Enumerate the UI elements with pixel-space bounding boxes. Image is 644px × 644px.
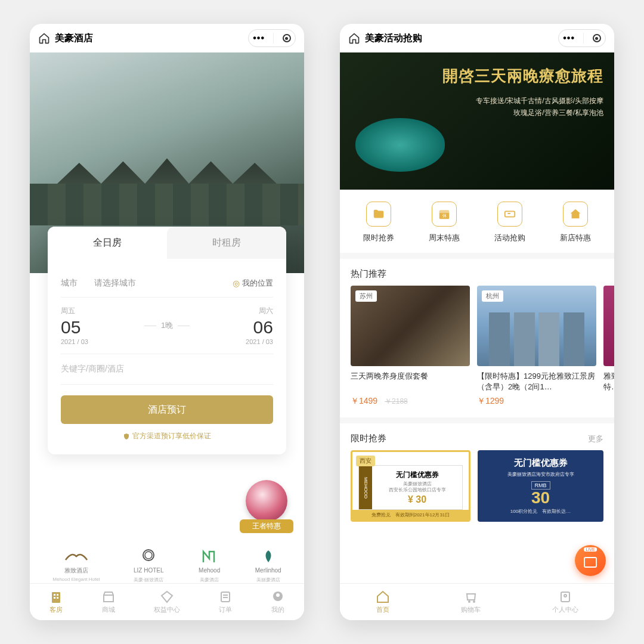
brand-item[interactable]: Merlinhod 美丽豪酒店: [255, 548, 281, 583]
banner-title: 開啓三天兩晚療愈旅程: [351, 66, 603, 86]
brand-logo-icon: [137, 548, 160, 565]
home-icon[interactable]: [38, 32, 50, 44]
checkout-date: 周六 06 2021 / 03: [246, 306, 273, 345]
coupon-blue[interactable]: 无门槛优惠券 美豪丽致酒店海安市政府店专享 RMB 30 100积分抢兑 有效期…: [478, 450, 603, 522]
nights-count: 1晚: [144, 320, 190, 331]
diamond-icon: [160, 590, 174, 604]
more-icon[interactable]: •••: [253, 33, 265, 44]
banner-subtitle-1: 专车接送/宋城千古情/古风摄影/头部按摩: [351, 95, 603, 107]
city-label: 城市: [61, 278, 94, 289]
home-icon[interactable]: [348, 32, 360, 44]
coupon-yellow[interactable]: 西安 MEHOOD 无门槛优惠券 美豪丽致酒店 西安长乐公园地铁口店专享 ¥ 3…: [351, 450, 470, 522]
city-row[interactable]: 城市 请选择城市 ◎ 我的位置: [61, 270, 273, 298]
bottom-tabbar: 客房 商城 权益中心 订单 我的: [30, 583, 304, 620]
phone-left-booking: 美豪酒店 ••• 全日房 时租房 城市 请选择城市 ◎ 我的位置: [30, 24, 304, 620]
user-icon: [271, 590, 285, 604]
promo-mascot[interactable]: 王者特惠: [240, 480, 293, 540]
book-hotel-button[interactable]: 酒店预订: [61, 395, 273, 424]
svg-text:休: 休: [442, 213, 447, 218]
banner-subtitle-2: 玫瑰足浴/营养三餐/私享泡池: [351, 107, 603, 119]
svg-point-14: [564, 595, 566, 597]
tab-benefits[interactable]: 权益中心: [154, 590, 180, 614]
product-image: 苏州: [351, 286, 470, 366]
product-image: 杭州: [477, 286, 596, 366]
booking-card: 全日房 时租房 城市 请选择城市 ◎ 我的位置 周五 05 2021 / 03 …: [48, 227, 286, 454]
brand-item[interactable]: Mehood 美豪酒店: [197, 548, 221, 583]
pool-graphic: [355, 118, 445, 172]
coupons-row: 西安 MEHOOD 无门槛优惠券 美豪丽致酒店 西安长乐公园地铁口店专享 ¥ 3…: [340, 450, 614, 528]
tab-orders[interactable]: 订单: [218, 590, 233, 614]
shield-icon: [123, 433, 130, 440]
product-name: 三天两晚养身度假套餐: [351, 371, 470, 392]
keyword-input[interactable]: 关键字/商圈/酒店: [61, 354, 273, 385]
list-icon: [218, 590, 233, 604]
svg-rect-4: [54, 597, 55, 599]
checkin-date: 周五 05 2021 / 03: [61, 306, 88, 345]
svg-rect-1: [52, 592, 60, 603]
my-location-button[interactable]: ◎ 我的位置: [233, 278, 273, 289]
tab-home[interactable]: 首页: [376, 590, 390, 614]
more-icon[interactable]: •••: [563, 33, 575, 44]
product-name: 【限时特惠】1299元抢雅致江景房（含早）2晚（2间1…: [477, 371, 596, 392]
tv-icon: [584, 557, 597, 568]
section-hot-title: 热门推荐: [340, 259, 614, 286]
svg-rect-5: [57, 597, 58, 599]
phone-right-activity: 美豪活动抢购 ••• 開啓三天兩晚療愈旅程 专车接送/宋城千古情/古风摄影/头部…: [340, 24, 614, 620]
date-range-picker[interactable]: 周五 05 2021 / 03 1晚 周六 06 2021 / 03: [61, 298, 273, 354]
quick-activity[interactable]: 活动抢购: [494, 202, 525, 243]
titlebar: 美豪酒店 •••: [30, 24, 304, 52]
app-title: 美豪活动抢购: [365, 32, 422, 45]
close-icon[interactable]: [283, 34, 291, 42]
tab-me[interactable]: 我的: [271, 590, 285, 614]
house-icon: [563, 202, 588, 227]
more-link[interactable]: 更多: [588, 434, 603, 444]
quick-flash-coupon[interactable]: 限时抢券: [363, 202, 394, 243]
product-card[interactable]: 苏州 三天两晚养身度假套餐 ￥1499 ￥2188: [351, 286, 470, 407]
brand-logos-row: 雅致酒店 Mehood Elegant Hotel LIZ HOTEL 美豪·丽…: [30, 548, 304, 583]
calendar-icon: 休: [432, 202, 457, 227]
section-coupon-title: 限时抢券 更多: [340, 423, 614, 450]
live-badge: LIVE: [584, 547, 596, 552]
brand-item[interactable]: 雅致酒店 Mehood Elegant Hotel: [52, 548, 100, 583]
hot-products-scroll[interactable]: 苏州 三天两晚养身度假套餐 ￥1499 ￥2188 杭州 【限时特惠】1299元…: [340, 286, 614, 417]
svg-rect-2: [54, 594, 55, 596]
quick-actions-row: 限时抢券 休 周末特惠 活动抢购 新店特惠: [340, 190, 614, 253]
ticket-icon: [497, 202, 522, 227]
tab-hourly[interactable]: 时租房: [167, 227, 286, 259]
tab-rooms[interactable]: 客房: [49, 590, 63, 614]
city-tag: 苏州: [355, 290, 377, 302]
quick-new-store[interactable]: 新店特惠: [560, 202, 591, 243]
svg-rect-3: [57, 594, 58, 596]
close-icon[interactable]: [593, 34, 601, 42]
tab-cart[interactable]: 购物车: [461, 590, 481, 614]
brand-item[interactable]: LIZ HOTEL 美豪·丽致酒店: [134, 548, 164, 583]
product-price: ￥1299: [477, 396, 596, 407]
city-tag: 杭州: [482, 290, 503, 302]
city-placeholder: 请选择城市: [94, 278, 136, 289]
room-type-tabs: 全日房 时租房: [48, 227, 286, 259]
home-icon: [376, 590, 390, 604]
wechat-capsule[interactable]: •••: [248, 29, 296, 47]
wechat-capsule[interactable]: •••: [558, 29, 606, 47]
brand-logo-icon: [64, 548, 88, 565]
product-card[interactable]: 杭州 【限时特惠】1299元抢雅致江景房（含早）2晚（2间1… ￥1299: [477, 286, 596, 407]
building-icon: [49, 590, 63, 604]
product-card[interactable]: 雅致时特…: [603, 286, 614, 407]
shop-icon: [101, 590, 116, 604]
titlebar: 美豪活动抢购 •••: [340, 24, 614, 52]
brand-logo-icon: [197, 548, 221, 565]
tab-profile[interactable]: 个人中心: [552, 590, 578, 614]
product-price: ￥1499 ￥2188: [351, 396, 470, 407]
coupon-city-tag: 西安: [356, 456, 375, 466]
quick-weekend-deal[interactable]: 休 周末特惠: [429, 202, 460, 243]
price-guarantee: 官方渠道预订享低价保证: [61, 431, 273, 441]
location-pin-icon: ◎: [233, 278, 240, 288]
folder-icon: [366, 202, 391, 227]
tab-full-day[interactable]: 全日房: [48, 227, 167, 259]
product-name: 雅致时特…: [603, 371, 614, 392]
live-fab[interactable]: LIVE: [575, 545, 606, 576]
tab-mall[interactable]: 商城: [101, 590, 116, 614]
svg-point-8: [276, 593, 280, 597]
profile-icon: [558, 590, 572, 604]
promo-banner[interactable]: 開啓三天兩晚療愈旅程 专车接送/宋城千古情/古风摄影/头部按摩 玫瑰足浴/营养三…: [340, 52, 614, 190]
